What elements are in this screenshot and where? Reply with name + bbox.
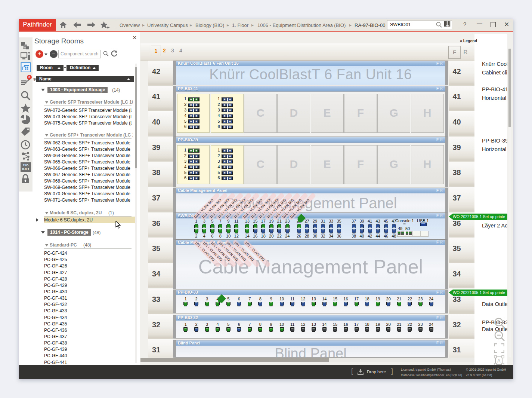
- svg-text:A: A: [497, 358, 501, 364]
- svg-text:ams: ams: [446, 25, 449, 27]
